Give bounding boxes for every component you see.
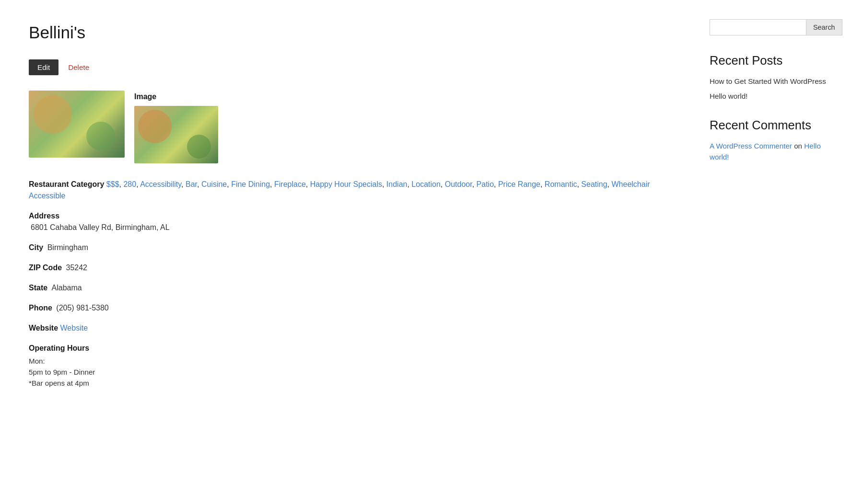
recent-post-link[interactable]: How to Get Started With WordPress — [710, 76, 834, 87]
zip-row: ZIP Code 35242 — [29, 262, 681, 274]
category-link[interactable]: Fine Dining — [231, 180, 270, 188]
category-row: Restaurant Category $$$, 280, Accessibil… — [29, 179, 681, 202]
category-link[interactable]: Cuisine — [201, 180, 227, 188]
main-content: Bellini's Edit Delete Image Restaurant C… — [29, 19, 681, 398]
recent-posts-section: Recent Posts How to Get Started With Wor… — [710, 53, 834, 102]
search-button[interactable]: Search — [806, 19, 842, 35]
city-value: Birmingham — [47, 243, 88, 252]
page-title: Bellini's — [29, 19, 681, 46]
comment-entry: A WordPress Commenter on Hello world! — [710, 141, 834, 163]
category-link[interactable]: Location — [411, 180, 441, 188]
recent-post-link[interactable]: Hello world! — [710, 91, 834, 102]
state-label: State — [29, 284, 47, 292]
city-row: City Birmingham — [29, 242, 681, 253]
address-row: Address 6801 Cahaba Valley Rd, Birmingha… — [29, 210, 681, 233]
category-link[interactable]: 280 — [123, 180, 136, 188]
search-input[interactable] — [710, 19, 806, 35]
website-label: Website — [29, 324, 58, 332]
category-link[interactable]: Indian — [386, 180, 408, 188]
edit-button[interactable]: Edit — [29, 59, 58, 75]
phone-value: (205) 981-5380 — [56, 304, 108, 312]
recent-comments-heading: Recent Comments — [710, 117, 834, 133]
category-link[interactable]: Bar — [186, 180, 197, 188]
image-label: Image — [134, 91, 218, 103]
website-row: Website Website — [29, 322, 681, 334]
recent-posts-heading: Recent Posts — [710, 53, 834, 69]
hours-note: *Bar opens at 4pm — [29, 378, 681, 389]
phone-label: Phone — [29, 304, 52, 312]
category-link[interactable]: Happy Hour Specials — [310, 180, 382, 188]
category-link[interactable]: Price Range — [498, 180, 540, 188]
main-image — [29, 91, 125, 158]
address-label: Address — [29, 212, 59, 220]
restaurant-images: Image — [29, 91, 681, 163]
hours-time: 5pm to 9pm - Dinner — [29, 367, 681, 378]
zip-value: 35242 — [66, 263, 88, 272]
category-link[interactable]: Fireplace — [274, 180, 306, 188]
search-widget: Search — [710, 19, 834, 35]
recent-posts-list: How to Get Started With WordPressHello w… — [710, 76, 834, 102]
sidebar: Search Recent Posts How to Get Started W… — [710, 19, 834, 398]
category-link[interactable]: Accessibility — [140, 180, 181, 188]
category-link[interactable]: Romantic — [545, 180, 577, 188]
operating-hours-label: Operating Hours — [29, 343, 681, 354]
category-link[interactable]: $$$ — [106, 180, 119, 188]
image-section: Image — [134, 91, 218, 163]
address-value: 6801 Cahaba Valley Rd, Birmingham, AL — [31, 223, 170, 231]
recent-comments-section: Recent Comments A WordPress Commenter on… — [710, 117, 834, 163]
hours-row: Operating Hours Mon: 5pm to 9pm - Dinner… — [29, 343, 681, 389]
category-link[interactable]: Patio — [477, 180, 494, 188]
comment-on-text: on — [794, 142, 804, 150]
comment-author-link[interactable]: A WordPress Commenter — [710, 142, 792, 150]
secondary-image — [134, 106, 218, 163]
hours-day: Mon: — [29, 356, 681, 367]
category-link[interactable]: Outdoor — [445, 180, 472, 188]
website-link[interactable]: Website — [60, 324, 88, 332]
category-label: Restaurant Category — [29, 180, 104, 188]
phone-row: Phone (205) 981-5380 — [29, 302, 681, 314]
action-bar: Edit Delete — [29, 59, 681, 75]
detail-section: Restaurant Category $$$, 280, Accessibil… — [29, 179, 681, 389]
category-link[interactable]: Seating — [581, 180, 607, 188]
search-form: Search — [710, 19, 834, 35]
zip-label: ZIP Code — [29, 263, 62, 272]
city-label: City — [29, 243, 43, 252]
delete-link[interactable]: Delete — [68, 62, 89, 73]
state-row: State Alabama — [29, 282, 681, 294]
state-value: Alabama — [52, 284, 82, 292]
category-links: $$$, 280, Accessibility, Bar, Cuisine, F… — [29, 180, 650, 200]
